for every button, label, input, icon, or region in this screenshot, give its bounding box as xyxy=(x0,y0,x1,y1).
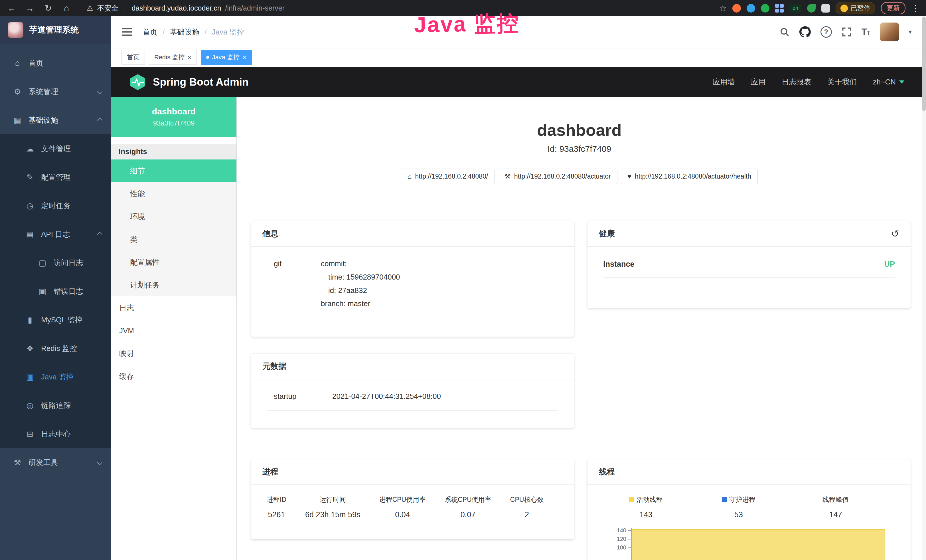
instance-id-line: Id: 93a3fc7f7409 xyxy=(237,144,922,154)
threads-chart: 140 120 100 xyxy=(613,531,885,560)
sba-instance-block[interactable]: dashboard 93a3fc7f7409 xyxy=(111,97,236,137)
sba-language-selector[interactable]: zh~CN xyxy=(873,77,904,86)
sba-menu-performance[interactable]: 性能 xyxy=(111,182,236,205)
sidebar-item-infrastructure[interactable]: ▦ 基础设施 xyxy=(0,106,111,135)
sba-menu-caches[interactable]: 缓存 xyxy=(111,365,236,388)
user-avatar[interactable] xyxy=(880,23,899,41)
log-center-icon: ⊟ xyxy=(25,429,35,439)
tab-home[interactable]: 首页 xyxy=(121,50,145,65)
sba-menu-config-properties[interactable]: 配置属性 xyxy=(111,251,236,274)
sba-menu-mappings[interactable]: 映射 xyxy=(111,342,236,365)
sidebar-item-scheduled-jobs[interactable]: ◷ 定时任务 xyxy=(0,191,111,220)
breadcrumb-section[interactable]: 基础设施 xyxy=(170,27,199,37)
bookmark-star-icon[interactable]: ☆ xyxy=(719,3,727,13)
sidebar-item-trace[interactable]: ◎ 链路追踪 xyxy=(0,391,111,420)
scrollbar-thumb[interactable] xyxy=(922,17,926,111)
health-card-body: Instance UP xyxy=(587,247,911,278)
instance-title: dashboard xyxy=(237,120,922,139)
fullscreen-icon[interactable] xyxy=(841,27,852,37)
extension-green-circle-icon[interactable] xyxy=(761,4,769,12)
sidebar-item-dev-tools[interactable]: ⚒ 研发工具 xyxy=(0,448,111,477)
threads-legend: 活动线程 143 守护进程 53 线程峰值 147 xyxy=(603,495,895,519)
close-icon[interactable]: × xyxy=(242,53,247,61)
sidebar-item-log-center[interactable]: ⊟ 日志中心 xyxy=(0,420,111,448)
health-instance-row[interactable]: Instance UP xyxy=(603,256,895,278)
instance-base-url-button[interactable]: ⌂ http://192.168.0.2:48080/ xyxy=(401,169,495,184)
sba-menu-details[interactable]: 细节 xyxy=(111,159,236,182)
card-title: 信息 xyxy=(262,228,278,239)
font-size-icon[interactable]: TT xyxy=(861,27,870,37)
sidebar-item-system[interactable]: ⚙ 系统管理 xyxy=(0,77,111,106)
extension-drop-icon[interactable] xyxy=(747,4,755,12)
extension-on-badge[interactable]: on xyxy=(790,4,801,12)
close-icon[interactable]: × xyxy=(188,53,191,61)
legend-value: 53 xyxy=(689,510,788,519)
sba-nav-applications[interactable]: 应用 xyxy=(751,77,766,87)
app-logo-row[interactable]: 芋道管理系统 xyxy=(0,16,111,44)
legend-label: 线程峰值 xyxy=(823,495,849,504)
history-icon[interactable]: ↺ xyxy=(891,228,899,239)
cell-value: 0.07 xyxy=(445,510,492,519)
home-icon: ⌂ xyxy=(12,59,22,68)
process-col-system-cpu: 系统CPU使用率 0.07 xyxy=(445,495,492,519)
browser-back-icon[interactable]: ← xyxy=(6,3,17,13)
github-icon[interactable] xyxy=(799,26,811,38)
extension-grid-icon[interactable] xyxy=(775,4,784,12)
browser-update-button[interactable]: 更新 xyxy=(881,2,905,14)
error-log-icon: ▣ xyxy=(38,287,47,296)
browser-reload-icon[interactable]: ↻ xyxy=(43,3,54,13)
browser-forward-icon[interactable]: → xyxy=(24,3,35,13)
sba-nav-about[interactable]: 关于我们 xyxy=(827,77,857,87)
sidebar-item-error-log[interactable]: ▣ 错误日志 xyxy=(0,277,111,306)
address-bar[interactable]: ⚠ 不安全 dashboard.yudao.iocoder.cn/infra/a… xyxy=(87,3,284,13)
breadcrumb-current: Java 监控 xyxy=(212,27,244,37)
sba-brand[interactable]: Spring Boot Admin xyxy=(129,73,249,91)
dev-tools-icon: ⚒ xyxy=(12,458,22,467)
sba-nav-log-reports[interactable]: 日志报表 xyxy=(782,77,811,87)
app-logo xyxy=(8,22,23,38)
sidebar-toggle-icon[interactable] xyxy=(121,28,132,36)
security-label: 不安全 xyxy=(97,3,118,13)
sba-menu-logfile[interactable]: 日志 xyxy=(111,297,236,319)
metadata-row-startup: startup 2021-04-27T00:44:31.254+08:00 xyxy=(267,386,558,411)
avatar-caret-icon[interactable]: ▾ xyxy=(909,28,912,36)
search-icon[interactable] xyxy=(779,27,790,37)
browser-home-icon[interactable]: ⌂ xyxy=(61,3,72,13)
redis-icon: ❖ xyxy=(25,344,35,353)
sidebar-item-mysql-monitor[interactable]: ▮ MySQL 监控 xyxy=(0,306,111,334)
sba-menu-jvm[interactable]: JVM xyxy=(111,319,236,342)
tab-redis-monitor[interactable]: Redis 监控 × xyxy=(149,50,197,65)
browser-menu-icon[interactable]: ⋮ xyxy=(911,3,920,13)
instance-actuator-url-button[interactable]: ⚒ http://192.168.0.2:48080/actuator xyxy=(498,169,617,184)
sidebar-item-redis-monitor[interactable]: ❖ Redis 监控 xyxy=(0,334,111,363)
sba-nav-wall[interactable]: 应用墙 xyxy=(713,77,735,87)
smiley-icon xyxy=(840,5,848,12)
y-axis-tick-label: 140 xyxy=(613,527,626,534)
sba-menu-scheduled-tasks[interactable]: 计划任务 xyxy=(111,274,236,297)
sidebar-item-home[interactable]: ⌂ 首页 xyxy=(0,49,111,77)
help-icon[interactable]: ? xyxy=(820,26,832,38)
sba-sidebar: dashboard 93a3fc7f7409 Insights 细节 性能 环境… xyxy=(111,97,237,560)
extension-fox-icon[interactable] xyxy=(732,4,741,12)
extensions-puzzle-icon[interactable] xyxy=(822,4,830,12)
navbar-actions: ? TT ▾ xyxy=(779,23,912,41)
sidebar-item-config-management[interactable]: ✎ 配置管理 xyxy=(0,163,111,191)
sba-menu-classes[interactable]: 类 xyxy=(111,228,236,251)
font-size-big: T xyxy=(861,27,867,37)
breadcrumb-home[interactable]: 首页 xyxy=(142,27,157,37)
sidebar-item-api-log[interactable]: ▤ API 日志 xyxy=(0,220,111,248)
sba-menu-environment[interactable]: 环境 xyxy=(111,205,236,228)
sidebar-item-file-management[interactable]: ☁ 文件管理 xyxy=(0,135,111,163)
instance-health-url-button[interactable]: ♥ http://192.168.0.2:48080/actuator/heal… xyxy=(621,169,758,184)
health-card: 健康 ↺ Instance UP xyxy=(587,221,911,308)
tab-java-monitor[interactable]: Java 监控 × xyxy=(201,50,252,65)
paused-badge[interactable]: 已暂停 xyxy=(835,2,875,14)
sidebar-item-java-monitor[interactable]: ▥ Java 监控 xyxy=(0,363,111,391)
sidebar-item-access-log[interactable]: ▢ 访问日志 xyxy=(0,248,111,277)
sba-nav-links: 应用墙 应用 日志报表 关于我们 zh~CN xyxy=(713,77,904,87)
instance-links: ⌂ http://192.168.0.2:48080/ ⚒ http://192… xyxy=(237,169,922,184)
page-scrollbar[interactable] xyxy=(922,16,926,560)
cell-value: 5261 xyxy=(267,510,286,519)
extension-leaf-icon[interactable] xyxy=(807,4,816,12)
java-monitor-icon: ▥ xyxy=(25,372,35,382)
